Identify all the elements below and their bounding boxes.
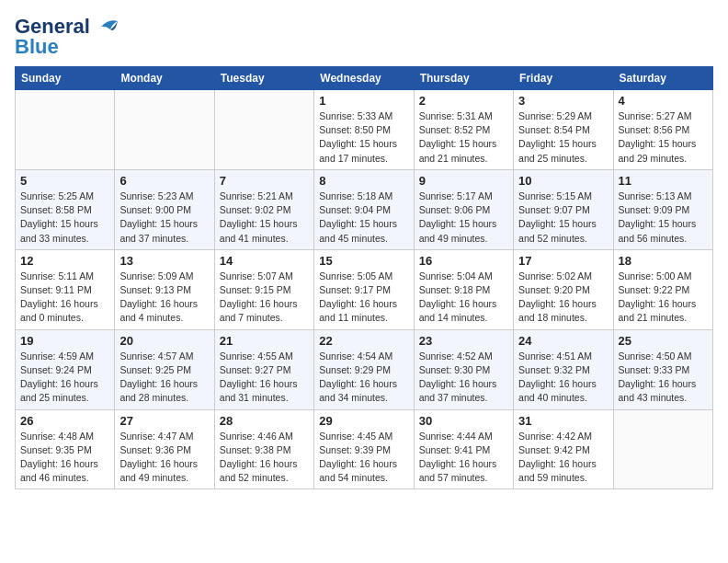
calendar-cell: 5Sunrise: 5:25 AM Sunset: 8:58 PM Daylig… [16, 169, 115, 249]
day-info: Sunrise: 5:17 AM Sunset: 9:06 PM Dayligh… [419, 190, 508, 246]
calendar-cell: 22Sunrise: 4:54 AM Sunset: 9:29 PM Dayli… [314, 329, 414, 409]
calendar-cell: 6Sunrise: 5:23 AM Sunset: 9:00 PM Daylig… [115, 169, 214, 249]
calendar-week-row: 19Sunrise: 4:59 AM Sunset: 9:24 PM Dayli… [16, 329, 713, 409]
day-number: 13 [119, 254, 209, 268]
day-number: 14 [220, 254, 309, 268]
day-number: 28 [220, 414, 309, 428]
day-info: Sunrise: 4:51 AM Sunset: 9:32 PM Dayligh… [518, 350, 608, 406]
calendar-cell: 17Sunrise: 5:02 AM Sunset: 9:20 PM Dayli… [514, 249, 613, 329]
day-info: Sunrise: 5:31 AM Sunset: 8:52 PM Dayligh… [419, 109, 508, 166]
calendar-week-row: 12Sunrise: 5:11 AM Sunset: 9:11 PM Dayli… [16, 249, 713, 329]
calendar-cell [214, 90, 313, 170]
day-info: Sunrise: 5:25 AM Sunset: 8:58 PM Dayligh… [20, 190, 109, 246]
day-header-friday: Friday [514, 67, 613, 90]
day-header-sunday: Sunday [16, 67, 115, 90]
calendar-cell: 9Sunrise: 5:17 AM Sunset: 9:06 PM Daylig… [414, 169, 513, 249]
calendar-cell: 28Sunrise: 4:46 AM Sunset: 9:38 PM Dayli… [214, 409, 313, 489]
calendar-cell [115, 90, 214, 170]
day-number: 2 [419, 94, 508, 108]
day-header-wednesday: Wednesday [314, 67, 414, 90]
calendar-cell [16, 90, 115, 170]
page-header: General Blue [15, 15, 713, 59]
day-info: Sunrise: 4:46 AM Sunset: 9:38 PM Dayligh… [220, 430, 309, 486]
calendar-cell: 21Sunrise: 4:55 AM Sunset: 9:27 PM Dayli… [214, 329, 313, 409]
day-number: 23 [419, 334, 508, 348]
day-number: 10 [518, 174, 608, 188]
calendar-cell: 30Sunrise: 4:44 AM Sunset: 9:41 PM Dayli… [414, 409, 513, 489]
day-info: Sunrise: 5:07 AM Sunset: 9:15 PM Dayligh… [220, 270, 309, 326]
calendar-cell: 26Sunrise: 4:48 AM Sunset: 9:35 PM Dayli… [16, 409, 115, 489]
calendar-cell: 29Sunrise: 4:45 AM Sunset: 9:39 PM Dayli… [314, 409, 414, 489]
day-info: Sunrise: 4:44 AM Sunset: 9:41 PM Dayligh… [419, 430, 508, 486]
day-info: Sunrise: 5:09 AM Sunset: 9:13 PM Dayligh… [119, 270, 209, 326]
day-number: 15 [319, 254, 408, 268]
day-number: 25 [619, 334, 708, 348]
day-info: Sunrise: 4:54 AM Sunset: 9:29 PM Dayligh… [319, 350, 408, 406]
day-header-tuesday: Tuesday [214, 67, 313, 90]
day-info: Sunrise: 5:02 AM Sunset: 9:20 PM Dayligh… [518, 270, 608, 326]
calendar-cell: 8Sunrise: 5:18 AM Sunset: 9:04 PM Daylig… [314, 169, 414, 249]
day-number: 16 [419, 254, 508, 268]
day-info: Sunrise: 4:48 AM Sunset: 9:35 PM Dayligh… [20, 430, 109, 486]
day-info: Sunrise: 5:11 AM Sunset: 9:11 PM Dayligh… [20, 270, 109, 326]
day-number: 26 [20, 414, 109, 428]
day-number: 5 [20, 174, 109, 188]
calendar-cell: 20Sunrise: 4:57 AM Sunset: 9:25 PM Dayli… [115, 329, 214, 409]
calendar-cell: 19Sunrise: 4:59 AM Sunset: 9:24 PM Dayli… [16, 329, 115, 409]
day-number: 19 [20, 334, 109, 348]
day-number: 7 [220, 174, 309, 188]
day-number: 18 [619, 254, 708, 268]
day-number: 11 [619, 174, 708, 188]
day-info: Sunrise: 5:18 AM Sunset: 9:04 PM Dayligh… [319, 190, 408, 246]
calendar-cell: 11Sunrise: 5:13 AM Sunset: 9:09 PM Dayli… [613, 169, 712, 249]
day-number: 17 [518, 254, 608, 268]
calendar-cell [613, 409, 712, 489]
day-number: 27 [119, 414, 209, 428]
calendar-cell: 13Sunrise: 5:09 AM Sunset: 9:13 PM Dayli… [115, 249, 214, 329]
day-number: 8 [319, 174, 408, 188]
calendar-cell: 23Sunrise: 4:52 AM Sunset: 9:30 PM Dayli… [414, 329, 513, 409]
calendar-week-row: 5Sunrise: 5:25 AM Sunset: 8:58 PM Daylig… [16, 169, 713, 249]
day-number: 29 [319, 414, 408, 428]
day-number: 20 [119, 334, 209, 348]
logo-blue-text: Blue [15, 35, 59, 59]
day-number: 3 [518, 94, 608, 108]
day-header-saturday: Saturday [613, 67, 712, 90]
day-info: Sunrise: 5:00 AM Sunset: 9:22 PM Dayligh… [619, 270, 708, 326]
calendar-cell: 4Sunrise: 5:27 AM Sunset: 8:56 PM Daylig… [613, 90, 712, 170]
logo: General Blue [15, 15, 121, 59]
calendar-week-row: 26Sunrise: 4:48 AM Sunset: 9:35 PM Dayli… [16, 409, 713, 489]
day-number: 24 [518, 334, 608, 348]
day-info: Sunrise: 5:04 AM Sunset: 9:18 PM Dayligh… [419, 270, 508, 326]
day-info: Sunrise: 5:23 AM Sunset: 9:00 PM Dayligh… [119, 190, 209, 246]
calendar-week-row: 1Sunrise: 5:33 AM Sunset: 8:50 PM Daylig… [16, 90, 713, 170]
calendar-cell: 3Sunrise: 5:29 AM Sunset: 8:54 PM Daylig… [514, 90, 613, 170]
calendar-cell: 1Sunrise: 5:33 AM Sunset: 8:50 PM Daylig… [314, 90, 414, 170]
day-info: Sunrise: 4:45 AM Sunset: 9:39 PM Dayligh… [319, 430, 408, 486]
day-header-monday: Monday [115, 67, 214, 90]
day-number: 12 [20, 254, 109, 268]
day-number: 6 [119, 174, 209, 188]
day-number: 30 [419, 414, 508, 428]
day-header-thursday: Thursday [414, 67, 513, 90]
logo-bird-icon [92, 17, 121, 37]
calendar-header-row: SundayMondayTuesdayWednesdayThursdayFrid… [16, 67, 713, 90]
calendar-table: SundayMondayTuesdayWednesdayThursdayFrid… [15, 66, 713, 489]
calendar-cell: 27Sunrise: 4:47 AM Sunset: 9:36 PM Dayli… [115, 409, 214, 489]
day-info: Sunrise: 4:52 AM Sunset: 9:30 PM Dayligh… [419, 350, 508, 406]
day-number: 22 [319, 334, 408, 348]
day-info: Sunrise: 5:13 AM Sunset: 9:09 PM Dayligh… [619, 190, 708, 246]
calendar-cell: 14Sunrise: 5:07 AM Sunset: 9:15 PM Dayli… [214, 249, 313, 329]
calendar-cell: 12Sunrise: 5:11 AM Sunset: 9:11 PM Dayli… [16, 249, 115, 329]
calendar-cell: 15Sunrise: 5:05 AM Sunset: 9:17 PM Dayli… [314, 249, 414, 329]
calendar-cell: 2Sunrise: 5:31 AM Sunset: 8:52 PM Daylig… [414, 90, 513, 170]
day-info: Sunrise: 5:21 AM Sunset: 9:02 PM Dayligh… [220, 190, 309, 246]
day-number: 4 [619, 94, 708, 108]
day-info: Sunrise: 5:27 AM Sunset: 8:56 PM Dayligh… [619, 109, 708, 166]
day-number: 1 [319, 94, 408, 108]
calendar-cell: 16Sunrise: 5:04 AM Sunset: 9:18 PM Dayli… [414, 249, 513, 329]
day-info: Sunrise: 4:59 AM Sunset: 9:24 PM Dayligh… [20, 350, 109, 406]
calendar-cell: 18Sunrise: 5:00 AM Sunset: 9:22 PM Dayli… [613, 249, 712, 329]
calendar-cell: 25Sunrise: 4:50 AM Sunset: 9:33 PM Dayli… [613, 329, 712, 409]
calendar-cell: 7Sunrise: 5:21 AM Sunset: 9:02 PM Daylig… [214, 169, 313, 249]
